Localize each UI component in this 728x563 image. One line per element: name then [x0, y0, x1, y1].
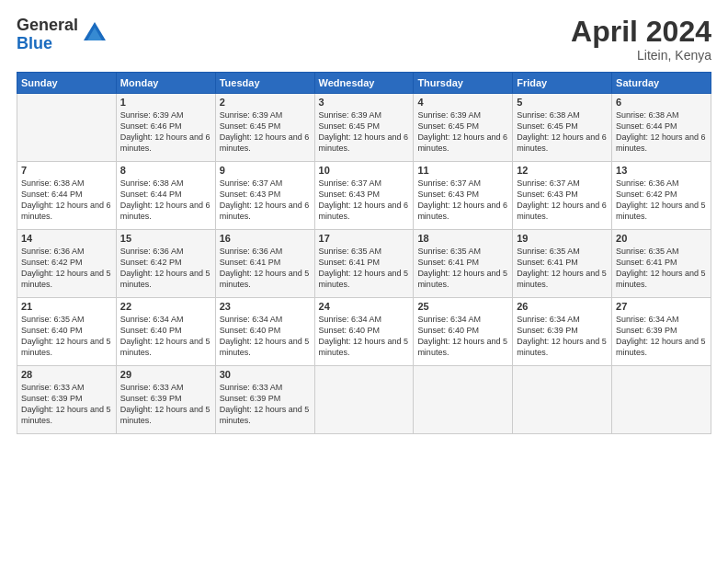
day-info: Sunrise: 6:36 AMSunset: 6:42 PMDaylight:… — [120, 246, 211, 291]
header-row: Sunday Monday Tuesday Wednesday Thursday… — [17, 73, 711, 94]
col-thursday: Thursday — [414, 73, 513, 94]
table-row: 27Sunrise: 6:34 AMSunset: 6:39 PMDayligh… — [612, 298, 711, 366]
day-number: 17 — [319, 233, 410, 244]
header: General Blue April 2024 Litein, Kenya — [17, 17, 711, 63]
table-row: 9Sunrise: 6:37 AMSunset: 6:43 PMDaylight… — [215, 162, 314, 230]
table-row: 19Sunrise: 6:35 AMSunset: 6:41 PMDayligh… — [513, 230, 612, 298]
table-row: 21Sunrise: 6:35 AMSunset: 6:40 PMDayligh… — [17, 298, 117, 366]
day-number: 11 — [417, 165, 508, 176]
logo-text: General Blue — [17, 17, 78, 53]
calendar-week-4: 28Sunrise: 6:33 AMSunset: 6:39 PMDayligh… — [17, 366, 711, 434]
day-number: 28 — [21, 369, 112, 380]
day-info: Sunrise: 6:35 AMSunset: 6:40 PMDaylight:… — [21, 314, 112, 359]
calendar-week-1: 7Sunrise: 6:38 AMSunset: 6:44 PMDaylight… — [17, 162, 711, 230]
table-row: 6Sunrise: 6:38 AMSunset: 6:44 PMDaylight… — [612, 94, 711, 162]
day-info: Sunrise: 6:38 AMSunset: 6:44 PMDaylight:… — [616, 109, 707, 155]
day-number: 14 — [21, 233, 112, 244]
table-row: 12Sunrise: 6:37 AMSunset: 6:43 PMDayligh… — [513, 162, 612, 230]
table-row: 28Sunrise: 6:33 AMSunset: 6:39 PMDayligh… — [17, 366, 117, 434]
day-number: 7 — [21, 165, 112, 176]
day-number: 10 — [319, 165, 410, 176]
day-info: Sunrise: 6:38 AMSunset: 6:44 PMDaylight:… — [21, 178, 112, 223]
day-info: Sunrise: 6:37 AMSunset: 6:43 PMDaylight:… — [319, 178, 410, 223]
table-row — [17, 94, 117, 162]
logo-blue: Blue — [17, 35, 78, 53]
day-info: Sunrise: 6:39 AMSunset: 6:45 PMDaylight:… — [319, 109, 410, 155]
day-number: 13 — [616, 165, 707, 176]
day-info: Sunrise: 6:34 AMSunset: 6:40 PMDaylight:… — [120, 314, 211, 359]
day-info: Sunrise: 6:39 AMSunset: 6:45 PMDaylight:… — [220, 109, 311, 155]
day-number: 1 — [120, 97, 211, 108]
table-row: 16Sunrise: 6:36 AMSunset: 6:41 PMDayligh… — [215, 230, 314, 298]
day-number: 21 — [21, 301, 112, 312]
day-info: Sunrise: 6:34 AMSunset: 6:40 PMDaylight:… — [319, 314, 410, 359]
day-info: Sunrise: 6:35 AMSunset: 6:41 PMDaylight:… — [517, 246, 608, 291]
day-number: 24 — [319, 301, 410, 312]
day-info: Sunrise: 6:34 AMSunset: 6:40 PMDaylight:… — [417, 314, 508, 359]
col-wednesday: Wednesday — [314, 73, 414, 94]
calendar-week-2: 14Sunrise: 6:36 AMSunset: 6:42 PMDayligh… — [17, 230, 711, 298]
table-row: 13Sunrise: 6:36 AMSunset: 6:42 PMDayligh… — [612, 162, 711, 230]
day-number: 20 — [616, 233, 707, 244]
day-info: Sunrise: 6:35 AMSunset: 6:41 PMDaylight:… — [417, 246, 508, 291]
table-row: 30Sunrise: 6:33 AMSunset: 6:39 PMDayligh… — [215, 366, 314, 434]
day-number: 15 — [120, 233, 211, 244]
day-info: Sunrise: 6:37 AMSunset: 6:43 PMDaylight:… — [517, 178, 608, 223]
logo-general: General — [17, 17, 78, 35]
day-number: 16 — [220, 233, 311, 244]
day-number: 5 — [517, 97, 608, 108]
day-number: 25 — [417, 301, 508, 312]
table-row: 7Sunrise: 6:38 AMSunset: 6:44 PMDaylight… — [17, 162, 117, 230]
day-info: Sunrise: 6:33 AMSunset: 6:39 PMDaylight:… — [220, 382, 311, 427]
day-info: Sunrise: 6:37 AMSunset: 6:43 PMDaylight:… — [220, 178, 311, 223]
col-monday: Monday — [116, 73, 215, 94]
day-info: Sunrise: 6:34 AMSunset: 6:39 PMDaylight:… — [517, 314, 608, 359]
table-row: 11Sunrise: 6:37 AMSunset: 6:43 PMDayligh… — [414, 162, 513, 230]
table-row: 25Sunrise: 6:34 AMSunset: 6:40 PMDayligh… — [414, 298, 513, 366]
title-area: April 2024 Litein, Kenya — [571, 17, 711, 63]
table-row: 15Sunrise: 6:36 AMSunset: 6:42 PMDayligh… — [116, 230, 215, 298]
day-number: 29 — [120, 369, 211, 380]
day-number: 6 — [616, 97, 707, 108]
table-row: 17Sunrise: 6:35 AMSunset: 6:41 PMDayligh… — [314, 230, 414, 298]
day-info: Sunrise: 6:37 AMSunset: 6:43 PMDaylight:… — [417, 178, 508, 223]
day-number: 26 — [517, 301, 608, 312]
location: Litein, Kenya — [571, 48, 711, 63]
day-number: 19 — [517, 233, 608, 244]
table-row: 8Sunrise: 6:38 AMSunset: 6:44 PMDaylight… — [116, 162, 215, 230]
table-row: 24Sunrise: 6:34 AMSunset: 6:40 PMDayligh… — [314, 298, 414, 366]
calendar-table: Sunday Monday Tuesday Wednesday Thursday… — [17, 72, 711, 434]
day-info: Sunrise: 6:38 AMSunset: 6:45 PMDaylight:… — [517, 109, 608, 155]
table-row: 10Sunrise: 6:37 AMSunset: 6:43 PMDayligh… — [314, 162, 414, 230]
day-number: 4 — [417, 97, 508, 108]
table-row: 22Sunrise: 6:34 AMSunset: 6:40 PMDayligh… — [116, 298, 215, 366]
col-tuesday: Tuesday — [215, 73, 314, 94]
calendar-week-0: 1Sunrise: 6:39 AMSunset: 6:46 PMDaylight… — [17, 94, 711, 162]
day-info: Sunrise: 6:39 AMSunset: 6:46 PMDaylight:… — [120, 109, 211, 155]
table-row: 4Sunrise: 6:39 AMSunset: 6:45 PMDaylight… — [414, 94, 513, 162]
logo-icon — [82, 20, 108, 46]
day-info: Sunrise: 6:36 AMSunset: 6:42 PMDaylight:… — [21, 246, 112, 291]
table-row — [314, 366, 414, 434]
calendar-header: Sunday Monday Tuesday Wednesday Thursday… — [17, 73, 711, 94]
day-number: 12 — [517, 165, 608, 176]
table-row: 20Sunrise: 6:35 AMSunset: 6:41 PMDayligh… — [612, 230, 711, 298]
calendar-week-3: 21Sunrise: 6:35 AMSunset: 6:40 PMDayligh… — [17, 298, 711, 366]
day-info: Sunrise: 6:38 AMSunset: 6:44 PMDaylight:… — [120, 178, 211, 223]
day-info: Sunrise: 6:39 AMSunset: 6:45 PMDaylight:… — [417, 109, 508, 155]
table-row — [612, 366, 711, 434]
table-row: 23Sunrise: 6:34 AMSunset: 6:40 PMDayligh… — [215, 298, 314, 366]
table-row: 26Sunrise: 6:34 AMSunset: 6:39 PMDayligh… — [513, 298, 612, 366]
col-saturday: Saturday — [612, 73, 711, 94]
table-row: 29Sunrise: 6:33 AMSunset: 6:39 PMDayligh… — [116, 366, 215, 434]
col-sunday: Sunday — [17, 73, 117, 94]
day-info: Sunrise: 6:33 AMSunset: 6:39 PMDaylight:… — [120, 382, 211, 427]
day-number: 8 — [120, 165, 211, 176]
table-row: 1Sunrise: 6:39 AMSunset: 6:46 PMDaylight… — [116, 94, 215, 162]
day-number: 22 — [120, 301, 211, 312]
page: General Blue April 2024 Litein, Kenya Su… — [0, 0, 728, 563]
day-info: Sunrise: 6:35 AMSunset: 6:41 PMDaylight:… — [616, 246, 707, 291]
month-title: April 2024 — [571, 17, 711, 46]
day-number: 2 — [220, 97, 311, 108]
table-row: 3Sunrise: 6:39 AMSunset: 6:45 PMDaylight… — [314, 94, 414, 162]
